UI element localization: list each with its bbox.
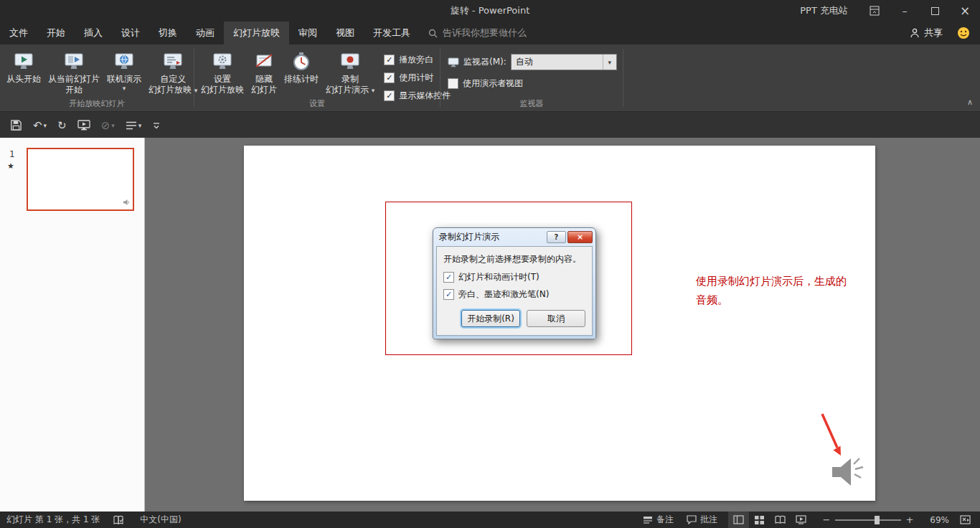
hide-slide-icon — [253, 49, 275, 74]
slide-sorter-view-button[interactable] — [749, 512, 770, 528]
button-label: 幻灯片演示 ▾ — [326, 85, 374, 95]
present-online-button[interactable]: 联机演示 ▾ — [103, 47, 145, 92]
zoom-in-button[interactable]: + — [903, 512, 916, 528]
from-beginning-icon — [12, 49, 35, 74]
tab-view[interactable]: 视图 — [326, 22, 364, 44]
from-beginning-button[interactable]: 从头开始 — [3, 47, 44, 85]
slideshow-view-icon — [796, 515, 806, 524]
normal-view-button[interactable] — [728, 512, 749, 528]
button-label: 录制 — [326, 74, 374, 85]
slide-annotation-text[interactable]: 使用录制幻灯片演示后，生成的音频。 — [696, 272, 852, 309]
maximize-button[interactable] — [920, 0, 950, 22]
group-start-slideshow: 从头开始 从当前幻灯片 开始 — [0, 44, 194, 111]
list-qat-button[interactable]: ▾ — [121, 116, 146, 135]
language-button[interactable]: 中文(中国) — [138, 512, 183, 528]
presenter-view-checkbox[interactable]: 使用演示者视图 — [448, 77, 623, 90]
fit-to-window-button[interactable] — [958, 512, 973, 528]
timings-checkbox[interactable]: ✓ 幻灯片和动画计时(T) — [443, 271, 585, 283]
tab-review[interactable]: 审阅 — [289, 22, 326, 44]
tab-insert[interactable]: 插入 — [75, 22, 112, 44]
tab-transitions[interactable]: 切换 — [149, 22, 187, 44]
spellcheck-icon — [113, 515, 124, 525]
checkbox-checked-icon: ✓ — [443, 272, 454, 283]
custom-slideshow-button[interactable]: 自定义 幻灯片放映 ▾ — [145, 47, 201, 95]
hide-slide-button[interactable]: 隐藏 幻灯片 — [248, 47, 281, 95]
dialog-help-button[interactable]: ? — [547, 231, 566, 243]
maximize-icon — [931, 7, 939, 15]
language-label: 中文(中国) — [140, 514, 181, 526]
from-current-slide-button[interactable]: 从当前幻灯片 开始 — [44, 47, 103, 95]
group-setup: 设置 幻灯片放映 隐藏 幻灯片 — [194, 44, 440, 111]
red-arrow-shape[interactable] — [822, 414, 841, 456]
dialog-titlebar-buttons: ? × — [547, 231, 593, 243]
spellcheck-button[interactable] — [111, 512, 126, 528]
checkbox-label: 旁白、墨迹和激光笔(N) — [458, 288, 549, 301]
notes-button[interactable]: 备注 — [641, 512, 676, 528]
customize-qat-button[interactable] — [148, 116, 165, 135]
setup-slideshow-icon — [211, 49, 234, 74]
zoom-out-button[interactable]: − — [820, 512, 833, 528]
ribbon-display-options-button[interactable] — [859, 0, 890, 22]
tab-file[interactable]: 文件 — [0, 22, 37, 44]
tab-home[interactable]: 开始 — [37, 22, 75, 44]
setup-slideshow-button[interactable]: 设置 幻灯片放映 — [197, 47, 248, 95]
button-label: 排练计时 — [284, 74, 319, 84]
group-label: 监视器 — [440, 98, 623, 109]
monitor-row: 监视器(M): 自动 ▾ — [448, 54, 623, 70]
group-monitors: 监视器(M): 自动 ▾ 使用演示者视图 监视器 — [440, 44, 623, 111]
narrations-checkbox[interactable]: ✓ 旁白、墨迹和激光笔(N) — [443, 288, 585, 301]
close-button[interactable]: × — [950, 0, 980, 22]
cancel-button[interactable]: 取消 — [527, 310, 585, 327]
undo-button[interactable]: ↶ ▾ — [29, 116, 51, 135]
dialog-titlebar[interactable]: 录制幻灯片演示 ? × — [436, 228, 593, 246]
feedback-smiley-icon[interactable] — [957, 27, 970, 39]
zoom-percentage[interactable]: 69% — [925, 515, 949, 525]
tab-slideshow[interactable]: 幻灯片放映 — [224, 22, 289, 44]
dropdown-arrow-icon: ▾ — [372, 87, 375, 94]
animation-star-icon: ★ — [7, 161, 14, 171]
zoom-slider[interactable] — [835, 519, 901, 521]
dialog-description: 开始录制之前选择想要录制的内容。 — [443, 253, 585, 265]
tell-me-box[interactable]: 告诉我你想要做什么 — [428, 22, 527, 44]
ribbon: 从头开始 从当前幻灯片 开始 — [0, 44, 980, 111]
slide-art-group — [811, 404, 890, 497]
reading-view-button[interactable] — [770, 512, 791, 528]
record-slideshow-icon — [339, 49, 362, 74]
monitor-select[interactable]: 自动 ▾ — [511, 54, 617, 70]
tab-design[interactable]: 设计 — [112, 22, 149, 44]
redo-button[interactable]: ↻ — [53, 116, 71, 135]
rehearse-timings-button[interactable]: 排练计时 — [281, 47, 322, 85]
tab-animations[interactable]: 动画 — [187, 22, 224, 44]
start-from-beginning-qat-button[interactable] — [73, 116, 95, 135]
button-label: 从头开始 — [6, 74, 41, 84]
save-icon — [10, 119, 22, 131]
slide-thumbnail[interactable] — [27, 148, 134, 211]
save-button[interactable] — [6, 116, 27, 135]
start-recording-button[interactable]: 开始录制(R) — [461, 310, 520, 327]
collapse-ribbon-button[interactable]: ∧ — [967, 98, 973, 107]
record-slideshow-button[interactable]: 录制 幻灯片演示 ▾ — [322, 47, 378, 95]
powerpoint-window: 旋转 - PowerPoint PPT 充电站 – × 文件 开始 插入 设计 … — [0, 0, 980, 528]
slideshow-mini-icon — [77, 120, 90, 131]
button-label: 联机演示 — [107, 74, 141, 84]
titlebar: 旋转 - PowerPoint PPT 充电站 – × — [0, 0, 980, 22]
checkbox-checked-icon: ✓ — [443, 289, 454, 300]
quick-access-toolbar: ↶ ▾ ↻ ⊘ ▾ ▾ — [0, 111, 980, 138]
brand-text: PPT 充电站 — [800, 4, 848, 17]
ribbon-tab-bar: 文件 开始 插入 设计 切换 动画 幻灯片放映 审阅 视图 开发工具 告诉我你想… — [0, 22, 980, 44]
notes-label: 备注 — [656, 514, 674, 526]
audio-speaker-icon[interactable] — [832, 458, 863, 486]
minimize-button[interactable]: – — [890, 0, 920, 22]
share-button[interactable]: 共享 — [910, 27, 943, 39]
button-label: 从当前幻灯片 — [48, 74, 100, 85]
dialog-close-button[interactable]: × — [567, 231, 593, 243]
window-title: 旋转 - PowerPoint — [451, 0, 530, 22]
tab-developer[interactable]: 开发工具 — [364, 22, 420, 44]
comments-button[interactable]: 批注 — [684, 512, 720, 528]
disabled-qat-button[interactable]: ⊘ ▾ — [97, 116, 119, 135]
dialog-actions: 开始录制(R) 取消 — [443, 310, 585, 327]
view-switcher — [728, 512, 811, 528]
zoom-slider-thumb[interactable] — [875, 516, 880, 524]
group-separator — [623, 49, 623, 107]
slideshow-view-button[interactable] — [791, 512, 811, 528]
